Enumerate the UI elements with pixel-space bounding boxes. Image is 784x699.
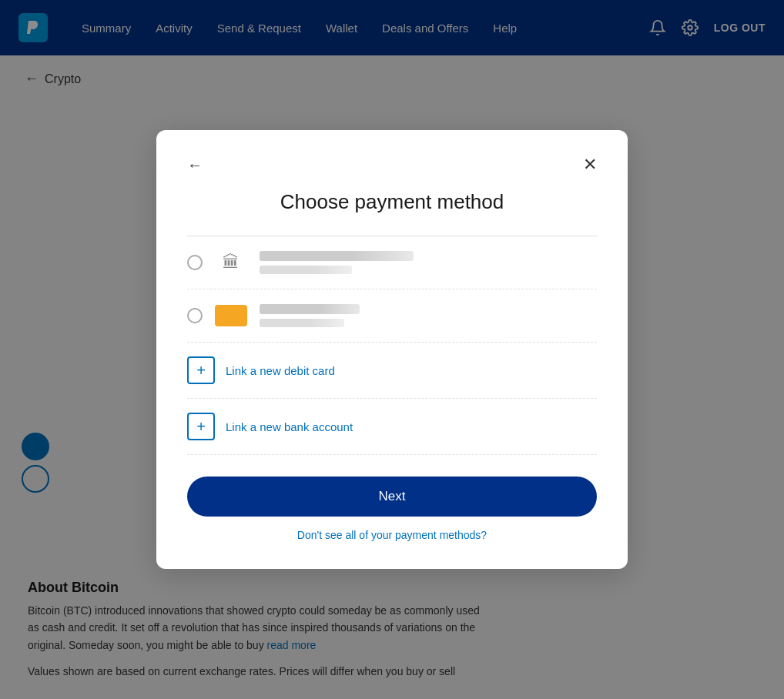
- payment-method-modal: ← ✕ Choose payment method 🏛: [156, 130, 628, 569]
- card-name-blurred: [260, 304, 360, 314]
- card-icon-container: [215, 303, 247, 328]
- bank-name-blurred: [260, 251, 414, 261]
- dont-see-methods-link[interactable]: Don't see all of your payment methods?: [187, 529, 597, 541]
- card-icon: [215, 305, 247, 326]
- link-debit-card-option[interactable]: + Link a new debit card: [187, 343, 597, 399]
- modal-back-button[interactable]: ←: [187, 156, 203, 174]
- bank-icon: 🏛: [223, 253, 240, 273]
- modal-title: Choose payment method: [187, 190, 597, 214]
- bank-icon-container: 🏛: [215, 250, 247, 275]
- modal-nav: ← ✕: [187, 155, 597, 175]
- payment-option-card[interactable]: [187, 289, 597, 343]
- next-button[interactable]: Next: [187, 477, 597, 517]
- plus-bank-icon: +: [187, 413, 215, 440]
- payment-options-list: 🏛 + Link a n: [187, 236, 597, 455]
- radio-bank[interactable]: [187, 255, 203, 270]
- card-payment-info: [260, 304, 360, 327]
- link-bank-account-option[interactable]: + Link a new bank account: [187, 399, 597, 455]
- plus-debit-icon: +: [187, 356, 215, 384]
- link-debit-label: Link a new debit card: [226, 364, 335, 377]
- modal-overlay[interactable]: ← ✕ Choose payment method 🏛: [0, 0, 784, 699]
- bank-sub-blurred: [260, 266, 352, 274]
- card-sub-blurred: [260, 319, 344, 327]
- payment-option-bank[interactable]: 🏛: [187, 236, 597, 289]
- radio-card[interactable]: [187, 308, 203, 323]
- bank-payment-info: [260, 251, 414, 274]
- link-bank-label: Link a new bank account: [226, 420, 353, 433]
- close-icon: ✕: [583, 155, 597, 175]
- back-icon: ←: [187, 156, 203, 174]
- modal-close-button[interactable]: ✕: [583, 155, 597, 175]
